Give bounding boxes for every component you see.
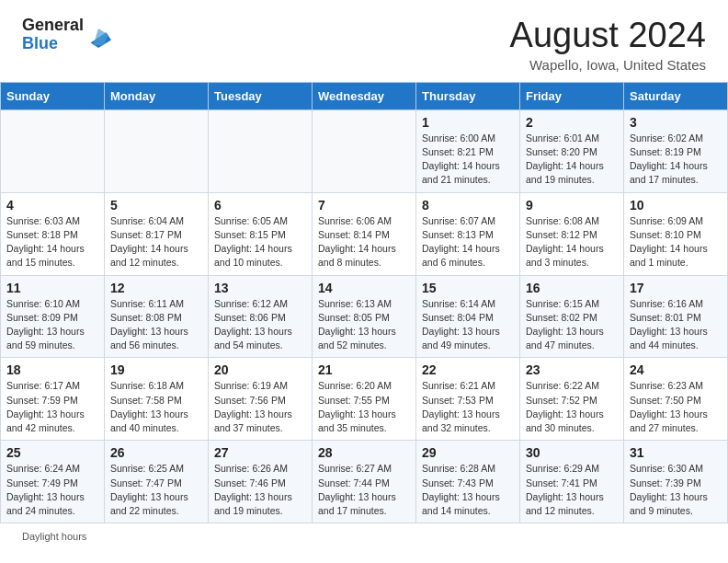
day-number: 19 <box>110 362 202 377</box>
day-number: 2 <box>526 115 618 130</box>
day-info: Sunrise: 6:23 AM Sunset: 7:50 PM Dayligh… <box>630 379 722 435</box>
day-info: Sunrise: 6:26 AM Sunset: 7:46 PM Dayligh… <box>214 462 306 518</box>
day-info: Sunrise: 6:16 AM Sunset: 8:01 PM Dayligh… <box>630 297 722 353</box>
day-info: Sunrise: 6:09 AM Sunset: 8:10 PM Dayligh… <box>630 214 722 270</box>
day-number: 6 <box>214 198 306 213</box>
calendar-cell: 24Sunrise: 6:23 AM Sunset: 7:50 PM Dayli… <box>624 358 728 441</box>
day-number: 17 <box>630 281 722 295</box>
week-row-2: 4Sunrise: 6:03 AM Sunset: 8:18 PM Daylig… <box>1 192 728 275</box>
calendar-cell <box>209 109 313 192</box>
day-info: Sunrise: 6:15 AM Sunset: 8:02 PM Dayligh… <box>526 297 618 353</box>
day-header-sunday: Sunday <box>1 82 105 109</box>
day-number: 5 <box>110 198 202 213</box>
day-header-saturday: Saturday <box>624 82 728 109</box>
day-info: Sunrise: 6:27 AM Sunset: 7:44 PM Dayligh… <box>318 462 410 518</box>
day-number: 27 <box>214 445 306 460</box>
page-header: General Blue August 2024 Wapello, Iowa, … <box>0 0 728 82</box>
day-number: 1 <box>422 115 514 130</box>
day-header-tuesday: Tuesday <box>209 82 313 109</box>
day-number: 18 <box>6 362 98 377</box>
day-number: 12 <box>110 281 202 295</box>
calendar-cell <box>105 109 209 192</box>
calendar-cell: 20Sunrise: 6:19 AM Sunset: 7:56 PM Dayli… <box>209 358 313 441</box>
logo-icon <box>85 22 111 48</box>
day-info: Sunrise: 6:25 AM Sunset: 7:47 PM Dayligh… <box>110 462 202 518</box>
calendar-cell: 30Sunrise: 6:29 AM Sunset: 7:41 PM Dayli… <box>520 441 624 523</box>
day-info: Sunrise: 6:20 AM Sunset: 7:55 PM Dayligh… <box>318 379 410 435</box>
week-row-4: 18Sunrise: 6:17 AM Sunset: 7:59 PM Dayli… <box>1 358 728 441</box>
calendar-cell: 1Sunrise: 6:00 AM Sunset: 8:21 PM Daylig… <box>416 109 520 192</box>
day-number: 3 <box>630 115 722 130</box>
calendar-cell: 22Sunrise: 6:21 AM Sunset: 7:53 PM Dayli… <box>416 358 520 441</box>
calendar-cell <box>1 109 105 192</box>
day-info: Sunrise: 6:00 AM Sunset: 8:21 PM Dayligh… <box>422 132 514 188</box>
calendar-cell: 18Sunrise: 6:17 AM Sunset: 7:59 PM Dayli… <box>1 358 105 441</box>
month-title: August 2024 <box>510 17 706 55</box>
calendar-cell: 9Sunrise: 6:08 AM Sunset: 8:12 PM Daylig… <box>520 192 624 275</box>
calendar-cell: 12Sunrise: 6:11 AM Sunset: 8:08 PM Dayli… <box>105 275 209 358</box>
calendar-cell: 23Sunrise: 6:22 AM Sunset: 7:52 PM Dayli… <box>520 358 624 441</box>
calendar-cell: 25Sunrise: 6:24 AM Sunset: 7:49 PM Dayli… <box>1 441 105 523</box>
day-number: 11 <box>6 281 98 295</box>
day-info: Sunrise: 6:13 AM Sunset: 8:05 PM Dayligh… <box>318 297 410 353</box>
week-row-1: 1Sunrise: 6:00 AM Sunset: 8:21 PM Daylig… <box>1 109 728 192</box>
day-number: 21 <box>318 362 410 377</box>
day-number: 7 <box>318 198 410 213</box>
calendar-cell: 6Sunrise: 6:05 AM Sunset: 8:15 PM Daylig… <box>209 192 313 275</box>
calendar-cell: 21Sunrise: 6:20 AM Sunset: 7:55 PM Dayli… <box>313 358 416 441</box>
day-number: 14 <box>318 281 410 295</box>
calendar-cell: 4Sunrise: 6:03 AM Sunset: 8:18 PM Daylig… <box>1 192 105 275</box>
day-header-monday: Monday <box>105 82 209 109</box>
day-number: 31 <box>630 445 722 460</box>
footer-note: Daylight hours <box>0 523 728 549</box>
location: Wapello, Iowa, United States <box>510 57 706 73</box>
calendar-cell: 5Sunrise: 6:04 AM Sunset: 8:17 PM Daylig… <box>105 192 209 275</box>
day-info: Sunrise: 6:29 AM Sunset: 7:41 PM Dayligh… <box>526 462 618 518</box>
calendar-cell: 17Sunrise: 6:16 AM Sunset: 8:01 PM Dayli… <box>624 275 728 358</box>
day-number: 15 <box>422 281 514 295</box>
day-header-friday: Friday <box>520 82 624 109</box>
day-number: 24 <box>630 362 722 377</box>
day-number: 9 <box>526 198 618 213</box>
day-info: Sunrise: 6:07 AM Sunset: 8:13 PM Dayligh… <box>422 214 514 270</box>
day-info: Sunrise: 6:22 AM Sunset: 7:52 PM Dayligh… <box>526 379 618 435</box>
calendar-cell: 19Sunrise: 6:18 AM Sunset: 7:58 PM Dayli… <box>105 358 209 441</box>
logo-blue: Blue <box>22 34 58 52</box>
day-info: Sunrise: 6:30 AM Sunset: 7:39 PM Dayligh… <box>630 462 722 518</box>
day-info: Sunrise: 6:03 AM Sunset: 8:18 PM Dayligh… <box>6 214 98 270</box>
day-info: Sunrise: 6:11 AM Sunset: 8:08 PM Dayligh… <box>110 297 202 353</box>
day-header-thursday: Thursday <box>416 82 520 109</box>
day-info: Sunrise: 6:21 AM Sunset: 7:53 PM Dayligh… <box>422 379 514 435</box>
title-area: August 2024 Wapello, Iowa, United States <box>510 17 706 73</box>
calendar-cell: 26Sunrise: 6:25 AM Sunset: 7:47 PM Dayli… <box>105 441 209 523</box>
calendar-cell: 11Sunrise: 6:10 AM Sunset: 8:09 PM Dayli… <box>1 275 105 358</box>
calendar-cell: 10Sunrise: 6:09 AM Sunset: 8:10 PM Dayli… <box>624 192 728 275</box>
calendar-cell: 3Sunrise: 6:02 AM Sunset: 8:19 PM Daylig… <box>624 109 728 192</box>
calendar-cell: 31Sunrise: 6:30 AM Sunset: 7:39 PM Dayli… <box>624 441 728 523</box>
calendar-cell: 14Sunrise: 6:13 AM Sunset: 8:05 PM Dayli… <box>313 275 416 358</box>
day-number: 10 <box>630 198 722 213</box>
day-number: 26 <box>110 445 202 460</box>
calendar-cell: 29Sunrise: 6:28 AM Sunset: 7:43 PM Dayli… <box>416 441 520 523</box>
day-number: 22 <box>422 362 514 377</box>
day-info: Sunrise: 6:19 AM Sunset: 7:56 PM Dayligh… <box>214 379 306 435</box>
calendar-cell: 7Sunrise: 6:06 AM Sunset: 8:14 PM Daylig… <box>313 192 416 275</box>
calendar-cell: 2Sunrise: 6:01 AM Sunset: 8:20 PM Daylig… <box>520 109 624 192</box>
calendar-header-row: SundayMondayTuesdayWednesdayThursdayFrid… <box>1 82 728 109</box>
week-row-5: 25Sunrise: 6:24 AM Sunset: 7:49 PM Dayli… <box>1 441 728 523</box>
calendar-cell: 28Sunrise: 6:27 AM Sunset: 7:44 PM Dayli… <box>313 441 416 523</box>
day-info: Sunrise: 6:05 AM Sunset: 8:15 PM Dayligh… <box>214 214 306 270</box>
calendar-cell: 27Sunrise: 6:26 AM Sunset: 7:46 PM Dayli… <box>209 441 313 523</box>
calendar-cell <box>313 109 416 192</box>
day-number: 28 <box>318 445 410 460</box>
day-info: Sunrise: 6:28 AM Sunset: 7:43 PM Dayligh… <box>422 462 514 518</box>
day-number: 25 <box>6 445 98 460</box>
day-info: Sunrise: 6:14 AM Sunset: 8:04 PM Dayligh… <box>422 297 514 353</box>
day-info: Sunrise: 6:10 AM Sunset: 8:09 PM Dayligh… <box>6 297 98 353</box>
day-info: Sunrise: 6:04 AM Sunset: 8:17 PM Dayligh… <box>110 214 202 270</box>
day-number: 16 <box>526 281 618 295</box>
day-number: 29 <box>422 445 514 460</box>
day-number: 20 <box>214 362 306 377</box>
day-info: Sunrise: 6:08 AM Sunset: 8:12 PM Dayligh… <box>526 214 618 270</box>
calendar-cell: 16Sunrise: 6:15 AM Sunset: 8:02 PM Dayli… <box>520 275 624 358</box>
